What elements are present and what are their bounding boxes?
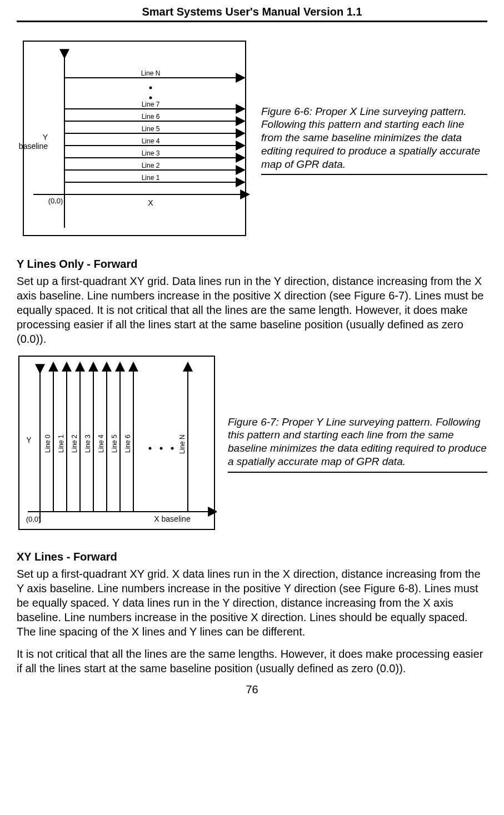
svg-point-24 xyxy=(149,447,152,450)
fig1-line-n: Line N xyxy=(141,69,161,77)
figure-6-7-caption: Figure 6-7: Proper Y Line surveying patt… xyxy=(228,416,487,473)
page-title: Smart Systems User's Manual Version 1.1 xyxy=(17,6,487,22)
svg-point-26 xyxy=(171,447,174,450)
fig1-line-4: Line 4 xyxy=(142,137,160,145)
fig1-y-label: Y xyxy=(43,133,48,142)
fig2-y-label: Y xyxy=(26,436,32,444)
fig1-line-6: Line 6 xyxy=(142,113,160,121)
figure-6-7-row: Line 0 Line 1 Line 2 Line 3 Line 4 Line … xyxy=(17,354,487,534)
fig2-line-2: Line 2 xyxy=(71,434,78,453)
fig1-x-label: X xyxy=(148,198,153,207)
fig2-line-n: Line N xyxy=(178,434,186,454)
page-number: 76 xyxy=(17,683,487,696)
body-y-lines: Set up a first-quadrant XY grid. Data li… xyxy=(17,274,487,346)
heading-xy-lines: XY Lines - Forward xyxy=(17,551,487,563)
figure-6-6-row: Line 1 Line 2 Line 3 Line 4 Line 5 Line … xyxy=(17,39,487,241)
svg-point-10 xyxy=(149,97,152,99)
fig1-y-baseline: baseline xyxy=(19,142,48,151)
fig2-line-6: Line 6 xyxy=(124,434,132,453)
fig1-line-3: Line 3 xyxy=(142,149,160,157)
fig2-line-3: Line 3 xyxy=(84,434,92,453)
fig2-line-1: Line 1 xyxy=(57,434,65,453)
fig1-line-5: Line 5 xyxy=(142,125,160,133)
svg-point-25 xyxy=(160,447,163,450)
fig1-line-7: Line 7 xyxy=(142,101,160,108)
body-xy-lines-1: Set up a first-quadrant XY grid. X data … xyxy=(17,567,487,639)
svg-rect-0 xyxy=(23,41,246,236)
heading-y-lines: Y Lines Only - Forward xyxy=(17,258,487,271)
fig1-line-1: Line 1 xyxy=(142,174,160,182)
fig2-origin: (0,0) xyxy=(26,515,41,523)
fig1-origin: (0,0) xyxy=(48,197,63,205)
figure-6-6-caption: Figure 6-6: Proper X Line surveying patt… xyxy=(261,105,487,176)
fig2-x-label: X baseline xyxy=(154,514,191,523)
figure-6-7-diagram: Line 0 Line 1 Line 2 Line 3 Line 4 Line … xyxy=(17,354,217,534)
fig2-line-0: Line 0 xyxy=(44,434,52,453)
fig2-line-5: Line 5 xyxy=(111,434,118,453)
svg-point-11 xyxy=(149,87,152,89)
fig1-line-2: Line 2 xyxy=(142,162,160,169)
figure-6-6-diagram: Line 1 Line 2 Line 3 Line 4 Line 5 Line … xyxy=(17,39,250,241)
fig2-line-4: Line 4 xyxy=(97,434,105,453)
body-xy-lines-2: It is not critical that all the lines ar… xyxy=(17,647,487,676)
